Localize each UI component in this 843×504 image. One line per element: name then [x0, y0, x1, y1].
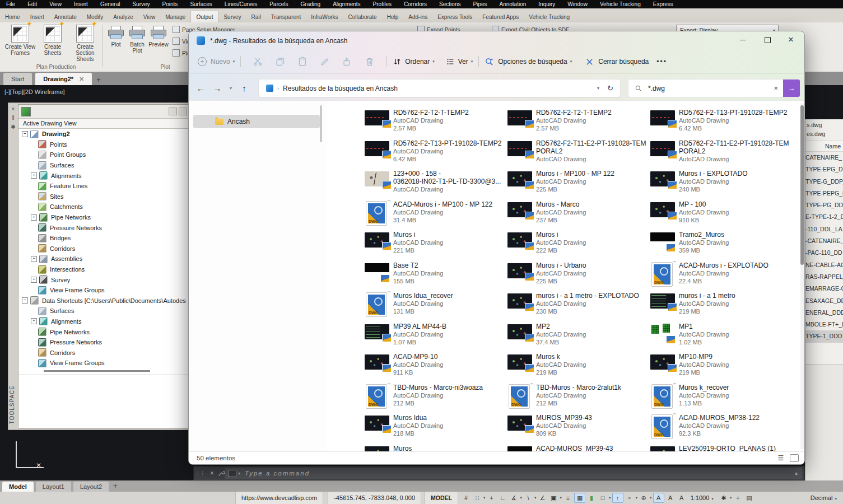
selection-filter-icon-caret[interactable]: ▾ — [636, 496, 638, 500]
ribbon-tab-infraworks[interactable]: InfraWorks — [306, 11, 343, 22]
minimize-button[interactable] — [730, 31, 755, 48]
create-button-0[interactable]: ✦Create View Frames — [4, 25, 36, 56]
ribbon-tab-analyze[interactable]: Analyze — [108, 11, 138, 22]
tree-item-view-frame-groups[interactable]: View Frame Groups — [18, 358, 187, 368]
object-snap-icon[interactable]: ▣ — [549, 493, 559, 502]
command-line[interactable]: ⋮⋮ × ▾ Type a command ▲ — [193, 466, 805, 480]
snap-icon[interactable]: ∷ — [472, 493, 482, 502]
details-view-icon[interactable]: ☰ — [776, 454, 785, 462]
menu-express[interactable]: Express — [647, 0, 679, 8]
viewport-controls-label[interactable]: [-][Top][2D Wireframe] — [4, 88, 65, 95]
ribbon-tab-annotate[interactable]: Annotate — [49, 11, 82, 22]
ribbon-tab-featured-apps[interactable]: Featured Apps — [477, 11, 524, 22]
expand-icon[interactable]: + — [31, 214, 37, 221]
layer-row[interactable]: TYPE-EPG_DD — [805, 164, 843, 175]
command-input[interactable]: ▾ Type a command ▲ — [225, 468, 802, 479]
menu-edit[interactable]: Edit — [21, 0, 43, 8]
tree-item-feature-lines[interactable]: Feature Lines — [18, 181, 187, 192]
layer-row[interactable]: ESAXAGE_DDD — [805, 295, 843, 307]
menu-survey[interactable]: Survey — [126, 0, 156, 8]
file-item[interactable]: Muros iAutoCAD Drawing222 MB — [507, 231, 649, 261]
search-options-button[interactable]: Opciones de búsqueda▾ — [485, 57, 572, 67]
file-item[interactable]: RD5762-F2-T11-E2-PT-191028-TEM PORAL2Aut… — [507, 139, 649, 170]
share-icon[interactable] — [342, 57, 352, 67]
up-icon[interactable]: ↑ — [236, 83, 253, 93]
plot-button-0[interactable]: Plot — [105, 25, 127, 48]
file-item[interactable]: Muros IduaAutoCAD Drawing218 MB — [365, 414, 506, 444]
ribbon-tab-manage[interactable]: Manage — [160, 11, 190, 22]
layout-tab-layout2[interactable]: Layout2 — [73, 482, 109, 492]
toolspace-autohide-icon[interactable]: ‖ — [8, 115, 18, 121]
expand-icon[interactable]: + — [31, 172, 37, 179]
file-item[interactable]: LEV250919-ORTO_PLANAS (1)AutoCAD Drawing — [650, 445, 791, 452]
tree-item-drawing2[interactable]: −Drawing2 — [18, 129, 187, 139]
menu-parcels[interactable]: Parcels — [263, 0, 294, 8]
menu-window[interactable]: Window — [561, 0, 594, 8]
osnap-tracking-icon[interactable]: ∠ — [538, 493, 548, 502]
expand-icon[interactable]: + — [31, 277, 37, 283]
close-search-button[interactable]: Cerrar búsqueda — [585, 58, 649, 66]
tree-item-pipe-networks[interactable]: +Pipe Networks — [18, 212, 187, 223]
file-item[interactable]: DWG™ACAD-MUROS_MP38-122AutoCAD Drawing92… — [650, 414, 791, 444]
nav-scrollbar[interactable] — [320, 105, 322, 142]
nav-item-ancash[interactable]: Ancash — [193, 115, 320, 128]
panorama-icon[interactable] — [169, 108, 177, 115]
layer-row[interactable]: RAS-RAPPEL_D — [805, 271, 843, 283]
coordinates-readout[interactable]: -45615.745, -7833.048, 0.000 — [328, 492, 421, 504]
isodraft-icon[interactable]: \ — [523, 493, 533, 502]
tree-item-bridges[interactable]: Bridges — [18, 233, 187, 244]
sort-button[interactable]: Ordenar▾ — [393, 57, 435, 66]
menu-lines-curves[interactable]: Lines/Curves — [218, 0, 263, 8]
layer-row[interactable]: TYPE-G_DDP_ — [805, 176, 843, 188]
file-item[interactable]: RD5762-F2-T2-T-TEMP2AutoCAD Drawing2.57 … — [365, 109, 506, 139]
dynamic-ucs-icon[interactable]: ↑ — [612, 493, 623, 503]
back-icon[interactable]: ← — [192, 83, 209, 93]
refresh-icon[interactable]: ↻ — [607, 84, 613, 92]
maximize-button[interactable] — [755, 31, 780, 48]
polar-tracking-icon-caret[interactable]: ▾ — [520, 496, 523, 500]
file-item[interactable]: RD5762-F2-T13-PT-191028-TEMP2AutoCAD Dra… — [365, 139, 506, 170]
ribbon-tab-survey[interactable]: Survey — [218, 11, 246, 22]
annotation-visibility-icon[interactable]: A — [653, 493, 664, 503]
menu-general[interactable]: General — [94, 0, 127, 8]
file-item[interactable]: MP1AutoCAD Drawing1.02 MB — [650, 323, 791, 353]
tree-item-sites[interactable]: Sites — [18, 192, 187, 202]
close-button[interactable]: × — [779, 31, 803, 48]
tree-item-surfaces[interactable]: Surfaces — [18, 160, 187, 171]
expand-icon[interactable]: + — [31, 318, 37, 324]
breadcrumb[interactable]: Resultados de la búsqueda en Ancash — [283, 85, 398, 92]
cut-icon[interactable] — [253, 57, 263, 67]
tree-item-point-groups[interactable]: Point Groups — [18, 150, 187, 160]
file-tab-drawing2[interactable]: Drawing2*✕ — [35, 73, 92, 85]
layout-tab-model[interactable]: Model — [2, 482, 34, 492]
layer-row[interactable]: EMARRAGE-C — [805, 283, 843, 295]
ribbon-tab-vehicle-tracking[interactable]: Vehicle Tracking — [524, 11, 575, 22]
layer-row[interactable]: ENERAL_DDD_ — [805, 307, 843, 319]
file-item[interactable]: DWG™TBD-Muros - Marco-ni3woazaAutoCAD Dr… — [365, 384, 506, 414]
see-more-button[interactable]: ••• — [656, 58, 667, 66]
command-expand-icon[interactable]: ▲ — [794, 470, 802, 476]
search-bar[interactable]: × → — [628, 79, 800, 97]
tree-item-data-shortcuts-c-users-public-[interactable]: −Data Shortcuts [C:\Users\Public\Documen… — [18, 296, 187, 306]
ribbon-tab-collaborate[interactable]: Collaborate — [343, 11, 382, 22]
command-grip[interactable]: ⋮⋮ — [195, 470, 204, 476]
layer-row[interactable]: MBOLE-FT+_D — [805, 319, 843, 330]
menu-points[interactable]: Points — [156, 0, 184, 8]
new-tab-button[interactable]: + — [96, 76, 101, 85]
add-cleanup-icon[interactable]: + — [733, 493, 743, 502]
large-icons-view-icon[interactable] — [790, 454, 799, 462]
layer-row[interactable]: -CATENAIRE_ — [805, 235, 843, 247]
ortho-icon[interactable]: ∟ — [498, 493, 508, 502]
menu-profiles[interactable]: Profiles — [367, 0, 398, 8]
panel-tab-2[interactable]: es.dwg — [807, 130, 843, 137]
polar-tracking-icon[interactable]: ∡ — [509, 493, 519, 502]
file-item[interactable]: RD5762-F2-T11-E2-PT-191028-TEM PORAL2Aut… — [650, 139, 791, 170]
ribbon-tab-rail[interactable]: Rail — [246, 11, 266, 22]
forward-icon[interactable]: → — [209, 83, 226, 93]
selection-cycling-icon[interactable]: ▮ — [586, 493, 597, 502]
ribbon-tab-home[interactable]: Home — [0, 11, 25, 22]
paste-icon[interactable] — [297, 57, 308, 67]
layout-tab-layout1[interactable]: Layout1 — [36, 482, 71, 492]
menu-corridors[interactable]: Corridors — [398, 0, 433, 8]
create-button-1[interactable]: ✦Create Sheets — [37, 25, 68, 56]
